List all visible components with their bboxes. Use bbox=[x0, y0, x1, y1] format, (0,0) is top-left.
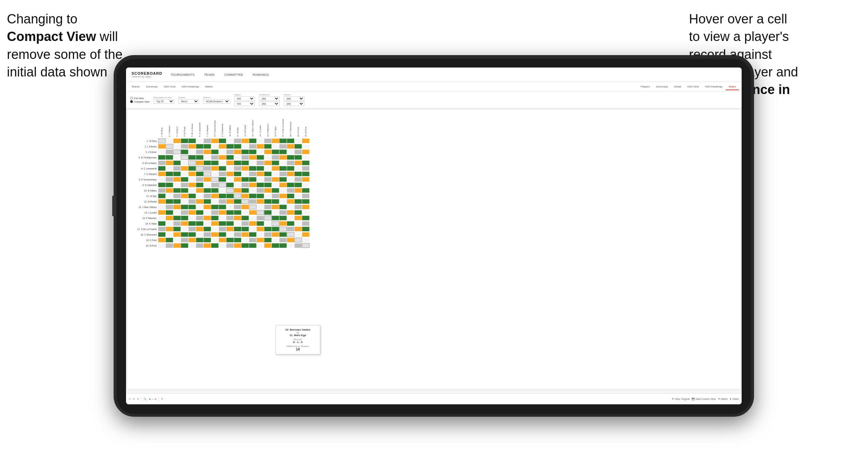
matrix-cell[interactable] bbox=[257, 155, 264, 160]
matrix-cell[interactable] bbox=[264, 238, 272, 242]
matrix-cell[interactable] bbox=[219, 199, 226, 204]
matrix-cell[interactable] bbox=[211, 160, 219, 165]
matrix-cell[interactable] bbox=[203, 232, 211, 237]
matrix-cell[interactable] bbox=[264, 194, 272, 198]
matrix-cell[interactable] bbox=[211, 238, 219, 242]
matrix-cell[interactable] bbox=[158, 183, 166, 187]
matrix-cell[interactable] bbox=[181, 205, 188, 209]
matrix-cell[interactable] bbox=[173, 138, 181, 143]
matrix-cell[interactable] bbox=[279, 183, 287, 187]
matrix-cell[interactable] bbox=[294, 155, 302, 160]
matrix-cell[interactable] bbox=[264, 205, 272, 209]
matrix-cell[interactable] bbox=[234, 199, 241, 204]
matrix-cell[interactable] bbox=[294, 188, 302, 193]
matrix-cell[interactable] bbox=[203, 210, 211, 215]
matrix-cell[interactable] bbox=[166, 205, 173, 209]
matrix-cell[interactable] bbox=[226, 194, 234, 198]
matrix-cell[interactable] bbox=[203, 199, 211, 204]
matrix-cell[interactable] bbox=[196, 160, 203, 165]
matrix-cell[interactable] bbox=[249, 232, 257, 237]
matrix-cell[interactable] bbox=[188, 199, 196, 204]
matrix-cell[interactable] bbox=[181, 216, 188, 220]
matrix-cell[interactable] bbox=[173, 243, 181, 248]
matrix-cell[interactable] bbox=[302, 205, 310, 209]
matrix-cell[interactable] bbox=[272, 210, 279, 215]
refresh-button[interactable]: ↻ bbox=[161, 398, 163, 401]
matrix-cell[interactable] bbox=[196, 227, 203, 231]
matrix-cell[interactable] bbox=[287, 210, 294, 215]
matrix-cell[interactable] bbox=[196, 149, 203, 154]
matrix-cell[interactable] bbox=[219, 188, 226, 193]
tab-matrix-top[interactable]: Matrix bbox=[202, 84, 216, 90]
matrix-cell[interactable] bbox=[279, 238, 287, 242]
matrix-cell[interactable] bbox=[279, 205, 287, 209]
matrix-cell[interactable] bbox=[279, 166, 287, 171]
matrix-cell[interactable] bbox=[166, 221, 173, 226]
gender-select[interactable]: Men's bbox=[178, 99, 199, 104]
matrix-cell[interactable] bbox=[287, 155, 294, 160]
matrix-cell[interactable] bbox=[166, 144, 173, 149]
matrix-cell[interactable] bbox=[219, 232, 226, 237]
matrix-cell[interactable] bbox=[234, 188, 241, 193]
full-view-radio[interactable] bbox=[130, 97, 133, 100]
matrix-cell[interactable] bbox=[272, 160, 279, 165]
matrix-cell[interactable] bbox=[196, 205, 203, 209]
matrix-cell[interactable] bbox=[294, 199, 302, 204]
matrix-cell[interactable] bbox=[249, 243, 257, 248]
matrix-cell[interactable] bbox=[249, 194, 257, 198]
matrix-cell[interactable] bbox=[241, 238, 249, 242]
matrix-cell[interactable] bbox=[211, 210, 219, 215]
matrix-cell[interactable] bbox=[302, 188, 310, 193]
matrix-cell[interactable] bbox=[203, 172, 211, 176]
matrix-cell[interactable] bbox=[241, 232, 249, 237]
matrix-cell[interactable] bbox=[188, 177, 196, 182]
matrix-cell[interactable] bbox=[181, 188, 188, 193]
matrix-cell[interactable] bbox=[249, 221, 257, 226]
matrix-cell[interactable] bbox=[158, 221, 166, 226]
matrix-cell[interactable] bbox=[226, 232, 234, 237]
matrix-cell[interactable] bbox=[234, 144, 241, 149]
matrix-cell[interactable] bbox=[158, 177, 166, 182]
matrix-cell[interactable] bbox=[272, 144, 279, 149]
matrix-cell[interactable] bbox=[257, 177, 264, 182]
matrix-cell[interactable] bbox=[272, 155, 279, 160]
matrix-cell[interactable] bbox=[264, 243, 272, 248]
matrix-cell[interactable] bbox=[287, 177, 294, 182]
matrix-cell[interactable] bbox=[211, 144, 219, 149]
matrix-cell[interactable] bbox=[234, 155, 241, 160]
matrix-cell[interactable] bbox=[219, 160, 226, 165]
matrix-cell[interactable] bbox=[219, 183, 226, 187]
share-button[interactable]: ⬆ Share bbox=[730, 398, 739, 401]
region-select-2[interactable]: N/A bbox=[234, 102, 255, 106]
matrix-cell[interactable] bbox=[234, 194, 241, 198]
matrix-cell[interactable] bbox=[264, 183, 272, 187]
matrix-cell[interactable] bbox=[287, 221, 294, 226]
matrix-cell[interactable] bbox=[188, 138, 196, 143]
matrix-cell[interactable] bbox=[173, 172, 181, 176]
matrix-cell[interactable] bbox=[294, 227, 302, 231]
matrix-cell[interactable] bbox=[264, 210, 272, 215]
matrix-cell[interactable] bbox=[211, 216, 219, 220]
matrix-cell[interactable] bbox=[234, 160, 241, 165]
matrix-cell[interactable] bbox=[226, 210, 234, 215]
matrix-cell[interactable] bbox=[264, 216, 272, 220]
matrix-cell[interactable] bbox=[272, 188, 279, 193]
matrix-cell[interactable] bbox=[166, 138, 173, 143]
matrix-cell[interactable] bbox=[241, 166, 249, 171]
matrix-cell[interactable] bbox=[249, 172, 257, 176]
matrix-cell[interactable] bbox=[166, 194, 173, 198]
matrix-cell[interactable] bbox=[264, 155, 272, 160]
matrix-cell[interactable] bbox=[249, 155, 257, 160]
matrix-cell[interactable] bbox=[188, 205, 196, 209]
matrix-cell[interactable] bbox=[166, 155, 173, 160]
matrix-cell[interactable] bbox=[302, 221, 310, 226]
matrix-cell[interactable] bbox=[158, 166, 166, 171]
matrix-cell[interactable] bbox=[257, 238, 264, 242]
matrix-cell[interactable] bbox=[196, 216, 203, 220]
matrix-cell[interactable] bbox=[279, 172, 287, 176]
matrix-cell[interactable] bbox=[226, 205, 234, 209]
matrix-cell[interactable] bbox=[203, 188, 211, 193]
matrix-cell[interactable] bbox=[196, 188, 203, 193]
matrix-cell[interactable] bbox=[249, 149, 257, 154]
matrix-cell[interactable] bbox=[158, 205, 166, 209]
